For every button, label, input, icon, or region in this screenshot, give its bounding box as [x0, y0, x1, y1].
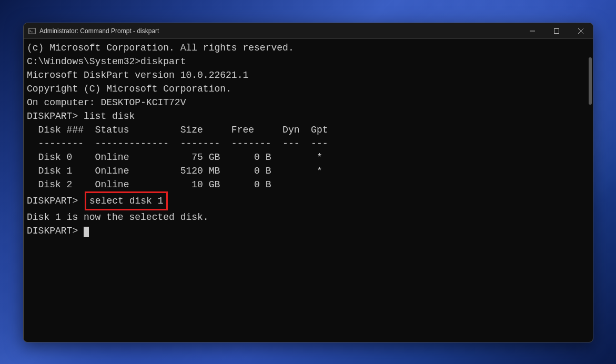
- table-separator: -------- ------------- ------- ------- -…: [27, 137, 590, 150]
- svg-rect-0: [29, 28, 35, 34]
- maximize-icon: [554, 28, 559, 34]
- table-row: Disk 2 Online 10 GB 0 B: [27, 178, 590, 191]
- maximize-button[interactable]: [544, 23, 569, 38]
- output-line: Microsoft DiskPart version 10.0.22621.1: [27, 68, 590, 82]
- output-line: On computer: DESKTOP-KCIT72V: [27, 96, 590, 109]
- close-icon: [578, 28, 583, 34]
- window-title: Administrator: Command Prompt - diskpart: [39, 27, 520, 35]
- highlighted-command: select disk 1: [85, 191, 168, 210]
- close-button[interactable]: [569, 23, 593, 38]
- cursor: [84, 227, 89, 237]
- prompt-text: DISKPART>: [27, 226, 84, 236]
- minimize-icon: [530, 28, 535, 34]
- scrollbar[interactable]: [589, 57, 592, 105]
- terminal-output[interactable]: (c) Microsoft Corporation. All rights re…: [24, 39, 593, 342]
- minimize-button[interactable]: [520, 23, 544, 38]
- output-line: C:\Windows\System32>diskpart: [27, 55, 590, 68]
- prompt-text: DISKPART>: [27, 196, 84, 206]
- svg-rect-3: [554, 28, 559, 33]
- table-row: Disk 0 Online 75 GB 0 B *: [27, 150, 590, 164]
- output-line: Copyright (C) Microsoft Corporation.: [27, 82, 590, 96]
- window-controls: [520, 23, 593, 38]
- titlebar[interactable]: Administrator: Command Prompt - diskpart: [24, 23, 593, 39]
- cmd-icon: [28, 27, 36, 35]
- command-line: DISKPART> select disk 1: [27, 191, 590, 210]
- table-header: Disk ### Status Size Free Dyn Gpt: [27, 123, 590, 137]
- command-line: DISKPART>: [27, 224, 590, 238]
- output-line: DISKPART> list disk: [27, 109, 590, 123]
- table-row: Disk 1 Online 5120 MB 0 B *: [27, 164, 590, 178]
- command-prompt-window: Administrator: Command Prompt - diskpart…: [23, 23, 593, 342]
- output-line: Disk 1 is now the selected disk.: [27, 210, 590, 224]
- output-line: (c) Microsoft Corporation. All rights re…: [27, 41, 590, 55]
